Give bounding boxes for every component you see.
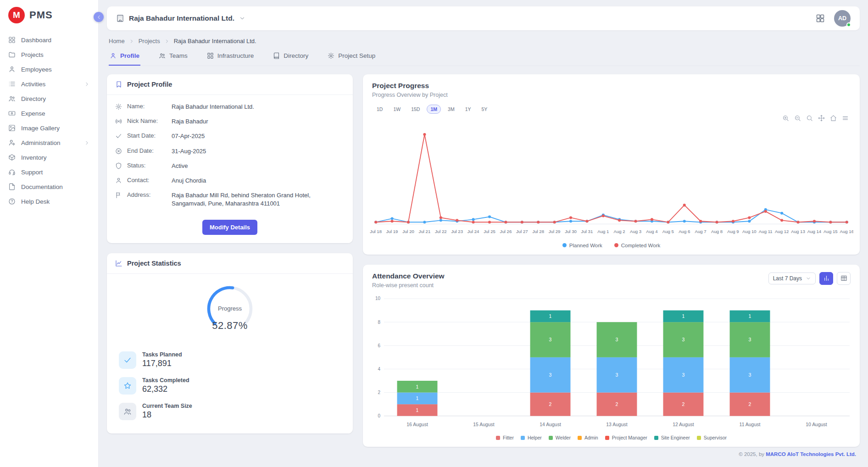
range-button-5y[interactable]: 5Y <box>478 105 491 114</box>
range-button-15d[interactable]: 15D <box>407 105 423 114</box>
legend-swatch <box>605 436 609 440</box>
svg-text:2: 2 <box>749 402 751 407</box>
sidebar-collapse-button[interactable] <box>94 12 104 22</box>
user-avatar[interactable]: AD <box>834 10 851 27</box>
svg-text:1: 1 <box>416 396 419 401</box>
sidebar-item-dashboard[interactable]: Dashboard <box>0 33 98 47</box>
field-label: Contact: <box>127 177 167 183</box>
menu-icon[interactable] <box>842 115 849 122</box>
range-button-1y[interactable]: 1Y <box>462 105 475 114</box>
sidebar-item-directory[interactable]: Directory <box>0 91 98 106</box>
tab-teams[interactable]: Teams <box>158 47 189 66</box>
tab-directory[interactable]: Directory <box>272 47 309 66</box>
company-selector[interactable]: Raja Bahadur International Ltd. <box>116 14 245 22</box>
sidebar-item-label: Dashboard <box>21 37 51 44</box>
progress-chart-legend: Planned WorkCompleted Work <box>363 241 860 255</box>
book-icon <box>273 52 280 59</box>
zoom-out-icon[interactable] <box>794 115 801 122</box>
svg-text:3: 3 <box>682 372 685 378</box>
modify-details-button[interactable]: Modify Details <box>202 220 257 235</box>
app-logo[interactable]: M PMS <box>0 0 98 29</box>
sidebar-item-label: Employees <box>21 66 52 73</box>
legend-label: Planned Work <box>569 243 602 248</box>
svg-text:Aug 10: Aug 10 <box>742 229 757 234</box>
legend-site-engineer[interactable]: Site Engineer <box>654 435 690 440</box>
check-icon <box>119 351 136 369</box>
table-icon <box>840 275 847 282</box>
tab-project-setup[interactable]: Project Setup <box>327 47 376 66</box>
svg-text:Jul 23: Jul 23 <box>451 229 463 234</box>
legend-supervisor[interactable]: Supervisor <box>697 435 727 440</box>
svg-text:Progress: Progress <box>218 305 242 312</box>
svg-text:2: 2 <box>378 390 380 395</box>
range-button-1m[interactable]: 1M <box>427 105 441 114</box>
project-progress-card: Project Progress Progress Overview by Pr… <box>363 74 860 255</box>
sidebar-item-image-gallery[interactable]: Image Gallery <box>0 121 98 135</box>
breadcrumb-item-projects[interactable]: Projects <box>139 38 160 44</box>
bar-view-button[interactable] <box>819 272 833 285</box>
shield-icon <box>115 162 122 169</box>
svg-text:1: 1 <box>749 314 751 319</box>
legend-admin[interactable]: Admin <box>578 435 598 440</box>
footer-text: © 2025, by <box>739 451 766 457</box>
svg-text:2: 2 <box>549 402 552 407</box>
stat-label: Tasks Planned <box>142 351 182 358</box>
field-value: Raja Bahadur International Ltd. <box>172 103 254 111</box>
projects-icon <box>8 51 16 58</box>
legend-label: Site Engineer <box>661 435 690 440</box>
statistics-card-title: Project Statistics <box>127 260 181 267</box>
sidebar-item-activities[interactable]: Activities <box>0 77 98 91</box>
tab-profile[interactable]: Profile <box>109 47 140 66</box>
legend-project-manager[interactable]: Project Manager <box>605 435 647 440</box>
gear-icon <box>115 103 122 110</box>
sidebar-item-administration[interactable]: Administration <box>0 135 98 150</box>
range-button-1w[interactable]: 1W <box>389 105 404 114</box>
line-chart-svg: Jul 18Jul 19Jul 20Jul 21Jul 22Jul 23Jul … <box>369 122 853 239</box>
tab-label: Project Setup <box>338 52 375 59</box>
svg-text:10 August: 10 August <box>806 422 827 427</box>
sidebar-item-help-desk[interactable]: Help Desk <box>0 194 98 209</box>
date-range-select[interactable]: Last 7 Days <box>768 272 816 284</box>
sidebar-item-support[interactable]: Support <box>0 165 98 179</box>
search-icon[interactable] <box>806 115 813 122</box>
dashboard-icon <box>207 52 214 59</box>
svg-text:8: 8 <box>378 319 380 324</box>
sidebar-item-documentation[interactable]: Documentation <box>0 179 98 194</box>
bookmark-icon <box>115 81 122 88</box>
sidebar-item-expense[interactable]: Expense <box>0 106 98 121</box>
legend-completed-work[interactable]: Completed Work <box>614 243 660 248</box>
range-button-3m[interactable]: 3M <box>444 105 458 114</box>
svg-text:Aug 2: Aug 2 <box>614 229 625 234</box>
attendance-bar-chart[interactable]: 024681011116 August15 August233114 Augus… <box>363 290 860 434</box>
legend-dot <box>562 243 567 247</box>
zoom-in-icon[interactable] <box>782 115 789 122</box>
header-right: AD <box>816 10 851 27</box>
table-view-button[interactable] <box>837 272 851 285</box>
legend-label: Project Manager <box>612 435 647 440</box>
legend-fitter[interactable]: Fitter <box>496 435 514 440</box>
image-icon <box>8 124 16 132</box>
date-range-value: Last 7 Days <box>773 275 802 282</box>
legend-welder[interactable]: Welder <box>549 435 571 440</box>
progress-percent: 52.87% <box>212 320 248 332</box>
apps-grid-icon[interactable] <box>816 14 825 23</box>
breadcrumb-item-home[interactable]: Home <box>109 38 125 44</box>
tab-label: Directory <box>284 52 308 59</box>
sidebar: M PMS DashboardProjectsEmployeesActiviti… <box>0 0 99 467</box>
legend-helper[interactable]: Helper <box>521 435 542 440</box>
sidebar-item-employees[interactable]: Employees <box>0 62 98 77</box>
footer-link[interactable]: MARCO AIoT Technologies Pvt. Ltd. <box>766 451 856 457</box>
svg-text:Jul 27: Jul 27 <box>516 229 528 234</box>
sidebar-item-projects[interactable]: Projects <box>0 47 98 62</box>
progress-line-chart[interactable]: Jul 18Jul 19Jul 20Jul 21Jul 22Jul 23Jul … <box>363 122 860 241</box>
home-icon[interactable] <box>830 115 837 122</box>
tab-infrastructure[interactable]: Infrastructure <box>206 47 255 66</box>
legend-planned-work[interactable]: Planned Work <box>562 243 602 248</box>
sidebar-item-inventory[interactable]: Inventory <box>0 150 98 165</box>
top-header: Raja Bahadur International Ltd. AD <box>107 6 860 30</box>
user-icon <box>115 177 122 184</box>
flag-icon <box>115 192 122 199</box>
profile-field-nick-name: Nick Name:Raja Bahadur <box>107 114 353 129</box>
range-button-1d[interactable]: 1D <box>373 105 386 114</box>
pan-icon[interactable] <box>818 115 825 122</box>
